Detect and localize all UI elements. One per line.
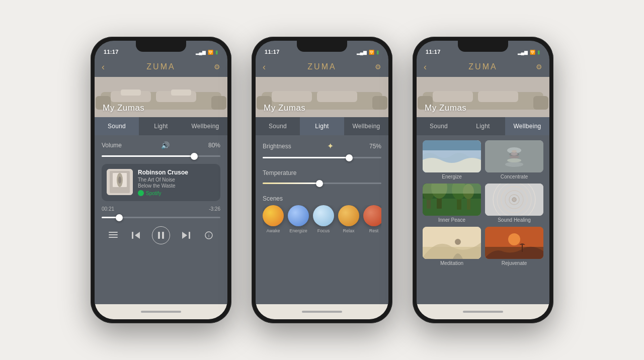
scene-relax[interactable]: Relax [338, 205, 359, 233]
svg-rect-16 [109, 237, 118, 238]
svg-point-46 [511, 152, 518, 155]
track-album: Below the Waste [138, 183, 215, 189]
spotify-label: Spotify [146, 191, 162, 196]
hero-title-2: My Zumas [264, 103, 305, 113]
scene-ball-rest [363, 205, 381, 226]
wellbeing-img-energize [423, 140, 481, 172]
wellbeing-energize[interactable]: Energize [423, 140, 481, 179]
next-button[interactable] [179, 228, 193, 242]
phones-container: 11:17 ▂▄▆ 🛜 ▮ ‹ ZUMA ⚙ [0, 0, 644, 360]
signal-icon-1: ▂▄▆ [196, 50, 206, 55]
wellbeing-concentrate[interactable]: Concentrate [485, 140, 543, 179]
tab-light-3[interactable]: Light [461, 117, 505, 135]
notch-2 [297, 41, 347, 52]
wifi-icon-2: 🛜 [369, 50, 374, 55]
wellbeing-name-energize: Energize [442, 174, 461, 179]
app-header-3: ‹ ZUMA ⚙ [417, 57, 549, 77]
wellbeing-img-concentrate [485, 140, 543, 172]
info-button[interactable]: i [202, 228, 216, 242]
scene-ball-relax [338, 205, 359, 226]
progress-slider[interactable] [102, 217, 220, 218]
wellbeing-sound-healing[interactable]: Sound Healing [485, 184, 543, 223]
scene-name-focus: Focus [317, 228, 330, 233]
wellbeing-name-rejuvenate: Rejuvenate [502, 260, 527, 266]
tab-light-1[interactable]: Light [139, 117, 183, 135]
scene-ball-energize [288, 205, 309, 226]
wellbeing-rejuvenate[interactable]: Rejuvenate [485, 227, 543, 266]
tab-sound-2[interactable]: Sound [256, 117, 300, 135]
phone-2-screen: 11:17 ▂▄▆ 🛜 ▮ ‹ ZUMA ⚙ [256, 41, 388, 319]
settings-button-3[interactable]: ⚙ [536, 63, 542, 71]
bottom-bar-3 [417, 304, 549, 319]
prev-button[interactable] [129, 228, 143, 242]
scene-awake[interactable]: Awake [263, 205, 284, 233]
svg-rect-14 [109, 232, 118, 233]
wellbeing-name-sound-healing: Sound Healing [498, 217, 531, 223]
time-remaining: -3:26 [209, 206, 220, 212]
volume-value: 80% [208, 142, 220, 149]
scene-rest[interactable]: Rest [363, 205, 381, 233]
play-pause-button[interactable] [152, 226, 170, 244]
wifi-icon-1: 🛜 [208, 50, 213, 55]
back-button-2[interactable]: ‹ [263, 62, 266, 72]
volume-slider-thumb[interactable] [191, 153, 198, 160]
tab-sound-3[interactable]: Sound [417, 117, 461, 135]
tab-sound-1[interactable]: Sound [95, 117, 139, 135]
wellbeing-name-meditation: Meditation [440, 260, 463, 266]
progress-thumb[interactable] [116, 214, 123, 221]
brightness-fill [263, 157, 349, 158]
svg-marker-17 [135, 232, 140, 239]
volume-row: Volume 🔊 80% [102, 141, 220, 149]
app-header-2: ‹ ZUMA ⚙ [256, 57, 388, 77]
volume-slider-fill [102, 155, 194, 157]
scene-name-relax: Relax [343, 228, 354, 233]
scene-name-energize: Energize [289, 228, 307, 233]
scene-focus[interactable]: Focus [313, 205, 334, 233]
volume-label: Volume [102, 142, 122, 149]
status-time-3: 11:17 [426, 49, 441, 55]
hero-area-1: My Zumas [95, 77, 227, 117]
svg-rect-19 [158, 232, 160, 239]
wellbeing-meditation[interactable]: Meditation [423, 227, 481, 266]
wellbeing-inner-peace[interactable]: Inner Peace [423, 184, 481, 223]
status-icons-3: ▂▄▆ 🛜 ▮ [518, 49, 540, 55]
tab-wellbeing-2[interactable]: Wellbeing [344, 117, 388, 135]
settings-button-2[interactable]: ⚙ [375, 63, 381, 71]
time-current: 00:21 [102, 206, 114, 212]
svg-rect-7 [171, 89, 191, 96]
svg-rect-20 [162, 232, 164, 239]
brightness-thumb[interactable] [346, 154, 353, 161]
svg-rect-72 [522, 245, 523, 252]
hero-bg-2: My Zumas [256, 77, 388, 117]
tabs-2: Sound Light Wellbeing [256, 117, 388, 135]
queue-button[interactable] [106, 228, 120, 242]
back-button-1[interactable]: ‹ [102, 62, 105, 72]
battery-icon-1: ▮ [215, 49, 218, 55]
spotify-row: Spotify [138, 190, 215, 196]
brightness-slider[interactable] [263, 157, 381, 158]
scene-energize[interactable]: Energize [288, 205, 309, 233]
back-button-3[interactable]: ‹ [424, 62, 427, 72]
scene-ball-awake [263, 205, 284, 226]
temperature-label: Temperature [263, 169, 296, 176]
svg-rect-28 [372, 96, 387, 110]
home-indicator-3 [463, 311, 503, 313]
signal-icon-2: ▂▄▆ [357, 50, 367, 55]
notch-3 [458, 41, 508, 52]
signal-icon-3: ▂▄▆ [518, 50, 528, 55]
svg-point-12 [118, 176, 121, 184]
app-title-1: ZUMA [146, 62, 175, 71]
volume-slider[interactable] [102, 155, 220, 157]
track-info: Robinson Crusoe The Art Of Noise Below t… [138, 169, 215, 196]
tab-wellbeing-1[interactable]: Wellbeing [183, 117, 227, 135]
settings-button-1[interactable]: ⚙ [214, 63, 220, 71]
svg-point-43 [505, 162, 523, 167]
tab-wellbeing-3[interactable]: Wellbeing [505, 117, 549, 135]
svg-point-47 [512, 150, 517, 153]
brightness-value: 75% [369, 143, 381, 150]
svg-text:i: i [208, 233, 209, 238]
temperature-thumb[interactable] [316, 180, 323, 187]
temperature-slider[interactable] [263, 183, 381, 184]
tab-light-2[interactable]: Light [300, 117, 344, 135]
sound-content: Volume 🔊 80% [95, 135, 227, 304]
